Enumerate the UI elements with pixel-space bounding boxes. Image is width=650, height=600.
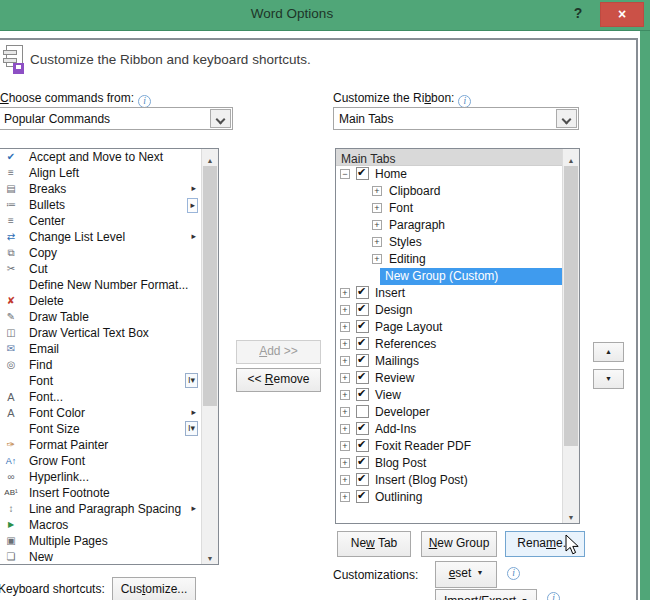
ribbon-tree-item[interactable]: +✔Insert (Blog Post) [336, 472, 562, 489]
expand-icon[interactable]: + [372, 220, 382, 230]
reset-button[interactable]: eset▼ [435, 561, 497, 588]
command-item[interactable]: AB¹Insert Footnote [0, 485, 201, 501]
command-item[interactable]: ✎Draw Table [0, 309, 201, 325]
expand-icon[interactable]: + [340, 373, 350, 383]
expand-icon[interactable]: + [372, 203, 382, 213]
command-item[interactable]: ✘Delete [0, 293, 201, 309]
command-item[interactable]: ▣Multiple Pages [0, 533, 201, 549]
command-item[interactable]: AFont... [0, 389, 201, 405]
command-item[interactable]: ⧉Copy [0, 245, 201, 261]
tab-checkbox[interactable]: ✔ [356, 167, 369, 180]
command-item[interactable]: ◫Draw Vertical Text Box [0, 325, 201, 341]
move-down-button[interactable]: ▼ [593, 369, 624, 389]
close-button[interactable]: × [600, 2, 644, 27]
tab-checkbox[interactable]: ✔ [356, 286, 369, 299]
command-item[interactable]: Define New Number Format... [0, 277, 201, 293]
command-item[interactable]: ◎Find [0, 357, 201, 373]
ribbon-tree-item[interactable]: +✔Page Layout [336, 319, 562, 336]
scrollbar-thumb[interactable] [203, 166, 217, 406]
command-item[interactable]: ▶Macros [0, 517, 201, 533]
new-tab-button[interactable]: New Tab [337, 531, 411, 557]
expand-icon[interactable]: + [372, 254, 382, 264]
expand-icon[interactable]: + [372, 237, 382, 247]
ribbon-tree-item[interactable]: +Font [336, 200, 562, 217]
command-item[interactable]: ✂Cut [0, 261, 201, 277]
ribbon-tree-item[interactable]: +Paragraph [336, 217, 562, 234]
ribbon-tree-item[interactable]: +Developer [336, 404, 562, 421]
import-export-button[interactable]: Import/Export▼ [435, 589, 537, 600]
collapse-icon[interactable]: − [340, 169, 350, 179]
expand-icon[interactable]: + [340, 288, 350, 298]
ribbon-tree-item[interactable]: −✔Home [336, 166, 562, 183]
command-item[interactable]: ≡Center [0, 213, 201, 229]
expand-icon[interactable]: + [340, 441, 350, 451]
tree-scrollbar[interactable]: ▲ ▼ [562, 149, 579, 523]
ribbon-tree-item[interactable]: +✔View [336, 387, 562, 404]
scrollbar-thumb[interactable] [564, 166, 578, 446]
expand-icon[interactable]: + [340, 356, 350, 366]
ribbon-tree-item[interactable]: New Group (Custom) [336, 268, 562, 285]
tab-checkbox[interactable]: ✔ [356, 439, 369, 452]
ribbon-tree-item[interactable]: +✔Design [336, 302, 562, 319]
expand-icon[interactable]: + [372, 186, 382, 196]
command-item[interactable]: ⇄Change List Level▸ [0, 229, 201, 245]
keyboard-customize-button[interactable]: Customize... [112, 577, 196, 600]
expand-icon[interactable]: + [340, 322, 350, 332]
help-icon[interactable]: ? [569, 5, 587, 25]
command-item[interactable]: ≡Align Left [0, 165, 201, 181]
expand-icon[interactable]: + [340, 458, 350, 468]
ribbon-tree-item[interactable]: +Clipboard [336, 183, 562, 200]
customize-ribbon-dropdown[interactable]: Main Tabs [333, 107, 579, 130]
command-item[interactable]: ❏New [0, 549, 201, 564]
add-button[interactable]: Add >> [236, 340, 321, 364]
expand-icon[interactable]: + [340, 492, 350, 502]
command-list-scrollbar[interactable]: ▲ ▼ [201, 149, 218, 564]
choose-commands-dropdown[interactable]: Popular Commands [0, 107, 233, 130]
remove-button[interactable]: << Remove [236, 368, 321, 392]
info-icon[interactable]: i [507, 567, 520, 580]
command-item[interactable]: ↕Line and Paragraph Spacing▸ [0, 501, 201, 517]
tab-checkbox[interactable]: ✔ [356, 371, 369, 384]
tab-checkbox[interactable]: ✔ [356, 388, 369, 401]
tab-checkbox[interactable] [356, 405, 369, 418]
scroll-down-icon[interactable]: ▼ [202, 547, 218, 564]
ribbon-tree-item[interactable]: +✔Foxit Reader PDF [336, 438, 562, 455]
tab-checkbox[interactable]: ✔ [356, 320, 369, 333]
expand-icon[interactable]: + [340, 407, 350, 417]
tab-checkbox[interactable]: ✔ [356, 337, 369, 350]
ribbon-tree-item[interactable]: +✔Add-Ins [336, 421, 562, 438]
ribbon-tree-item[interactable]: +✔References [336, 336, 562, 353]
info-icon[interactable]: i [547, 592, 560, 600]
expand-icon[interactable]: + [340, 475, 350, 485]
command-item[interactable]: ≔Bullets▸ [0, 197, 201, 213]
ribbon-tree-item[interactable]: +Styles [336, 234, 562, 251]
expand-icon[interactable]: + [340, 339, 350, 349]
tab-checkbox[interactable]: ✔ [356, 456, 369, 469]
command-item[interactable]: A↑Grow Font [0, 453, 201, 469]
command-item[interactable]: ▤Breaks▸ [0, 181, 201, 197]
ribbon-tree-item[interactable]: +✔Mailings [336, 353, 562, 370]
command-item[interactable]: FontI▾ [0, 373, 201, 389]
tab-checkbox[interactable]: ✔ [356, 473, 369, 486]
expand-icon[interactable]: + [340, 424, 350, 434]
command-item[interactable]: ✉Email [0, 341, 201, 357]
ribbon-tree-item[interactable]: +✔Outlining [336, 489, 562, 506]
scroll-up-icon[interactable]: ▲ [202, 149, 218, 166]
scroll-up-icon[interactable]: ▲ [563, 149, 579, 166]
command-item[interactable]: Font SizeI▾ [0, 421, 201, 437]
command-item[interactable]: ✑Format Painter [0, 437, 201, 453]
tab-checkbox[interactable]: ✔ [356, 303, 369, 316]
tab-checkbox[interactable]: ✔ [356, 354, 369, 367]
move-up-button[interactable]: ▲ [593, 342, 624, 362]
tab-checkbox[interactable]: ✔ [356, 422, 369, 435]
ribbon-tree-item[interactable]: +Editing [336, 251, 562, 268]
scroll-down-icon[interactable]: ▼ [563, 506, 579, 523]
command-item[interactable]: ✔Accept and Move to Next [0, 149, 201, 165]
expand-icon[interactable]: + [340, 390, 350, 400]
new-group-button[interactable]: New Group [421, 531, 497, 557]
command-item[interactable]: ∞Hyperlink... [0, 469, 201, 485]
ribbon-tree-item[interactable]: +✔Insert [336, 285, 562, 302]
ribbon-tree-item[interactable]: +✔Review [336, 370, 562, 387]
expand-icon[interactable]: + [340, 305, 350, 315]
command-item[interactable]: AFont Color▸ [0, 405, 201, 421]
